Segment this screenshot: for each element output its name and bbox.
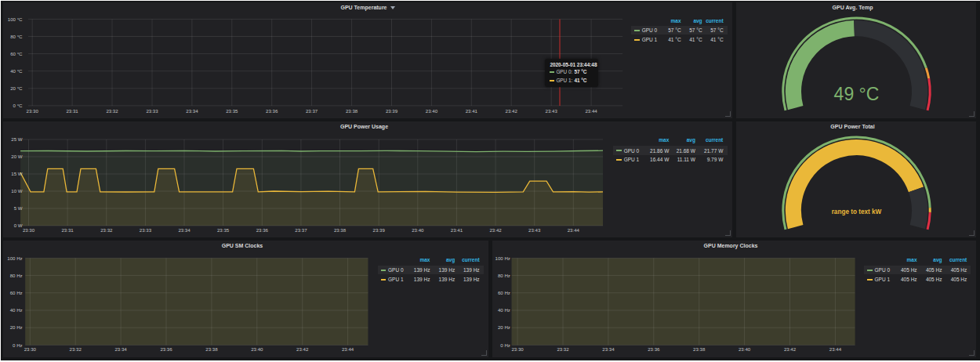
svg-text:23:32: 23:32 [557, 346, 569, 352]
svg-text:23:36: 23:36 [160, 346, 172, 352]
svg-text:23:41: 23:41 [451, 227, 463, 233]
svg-text:15 W: 15 W [11, 171, 22, 176]
svg-text:23:38: 23:38 [346, 108, 358, 114]
svg-text:23:38: 23:38 [334, 227, 347, 233]
svg-text:100 Hz: 100 Hz [495, 255, 510, 261]
svg-text:23:36: 23:36 [266, 108, 278, 114]
svg-text:23:36: 23:36 [648, 346, 660, 352]
svg-text:23:35: 23:35 [226, 108, 238, 114]
svg-text:60 Hz: 60 Hz [10, 290, 23, 295]
svg-text:0 °C: 0 °C [13, 103, 24, 108]
svg-text:range to text kW: range to text kW [832, 208, 882, 215]
svg-text:23:32: 23:32 [100, 227, 113, 233]
svg-text:23:40: 23:40 [412, 227, 424, 233]
svg-text:80 Hz: 80 Hz [498, 273, 510, 278]
svg-text:23:30: 23:30 [27, 108, 39, 114]
svg-text:23:36: 23:36 [256, 227, 269, 233]
svg-text:20 °C: 20 °C [10, 85, 23, 91]
svg-text:40 Hz: 40 Hz [10, 307, 23, 313]
svg-text:23:43: 23:43 [528, 227, 541, 233]
svg-text:23:42: 23:42 [784, 346, 797, 352]
svg-text:23:34: 23:34 [186, 108, 198, 114]
svg-text:0 Hz: 0 Hz [500, 342, 510, 348]
svg-text:100 °C: 100 °C [8, 16, 23, 22]
svg-text:23:35: 23:35 [217, 227, 230, 233]
svg-text:0 Hz: 0 Hz [13, 342, 23, 348]
svg-text:23:38: 23:38 [693, 346, 706, 352]
svg-text:23:34: 23:34 [178, 227, 191, 233]
svg-text:100 Hz: 100 Hz [7, 255, 22, 261]
svg-text:49 °C: 49 °C [834, 84, 880, 104]
svg-text:5 W: 5 W [14, 205, 23, 211]
svg-text:23:40: 23:40 [739, 346, 751, 352]
svg-text:40 °C: 40 °C [10, 68, 23, 74]
svg-text:80 Hz: 80 Hz [10, 273, 23, 278]
svg-text:23:30: 23:30 [24, 346, 37, 352]
svg-text:23:42: 23:42 [489, 227, 502, 233]
svg-text:23:31: 23:31 [61, 227, 74, 233]
svg-text:23:34: 23:34 [114, 346, 127, 352]
svg-text:20 W: 20 W [11, 154, 22, 159]
svg-text:23:43: 23:43 [546, 108, 558, 114]
svg-text:23:31: 23:31 [66, 108, 78, 114]
svg-text:60 °C: 60 °C [10, 51, 23, 56]
svg-text:80 °C: 80 °C [10, 34, 23, 39]
svg-text:23:33: 23:33 [146, 108, 158, 114]
svg-text:23:44: 23:44 [568, 227, 580, 233]
svg-text:23:34: 23:34 [602, 346, 615, 352]
svg-text:10 W: 10 W [11, 188, 22, 194]
svg-text:23:41: 23:41 [466, 108, 478, 114]
svg-text:23:40: 23:40 [426, 108, 438, 114]
svg-text:20 Hz: 20 Hz [498, 324, 510, 330]
svg-text:25 W: 25 W [11, 136, 22, 142]
svg-text:23:40: 23:40 [251, 346, 263, 352]
svg-text:23:44: 23:44 [829, 346, 842, 352]
svg-text:23:39: 23:39 [386, 108, 398, 114]
svg-text:23:30: 23:30 [511, 346, 524, 352]
svg-text:23:33: 23:33 [140, 227, 152, 233]
svg-text:23:39: 23:39 [373, 227, 386, 233]
svg-text:23:44: 23:44 [585, 108, 597, 114]
svg-text:20 Hz: 20 Hz [10, 324, 23, 330]
svg-text:0 W: 0 W [14, 223, 23, 228]
svg-text:23:44: 23:44 [342, 346, 354, 352]
svg-text:23:42: 23:42 [506, 108, 518, 114]
svg-text:23:37: 23:37 [306, 108, 318, 114]
svg-text:23:30: 23:30 [23, 227, 35, 233]
svg-text:23:42: 23:42 [296, 346, 309, 352]
svg-text:23:32: 23:32 [70, 346, 82, 352]
svg-text:40 Hz: 40 Hz [498, 307, 510, 313]
svg-text:23:38: 23:38 [205, 346, 218, 352]
svg-text:23:37: 23:37 [295, 227, 307, 233]
svg-text:60 Hz: 60 Hz [498, 290, 510, 295]
svg-text:23:32: 23:32 [106, 108, 118, 114]
